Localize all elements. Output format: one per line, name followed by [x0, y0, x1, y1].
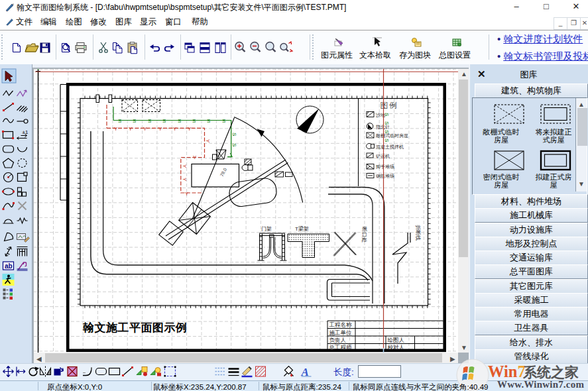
- svg-text:S: S: [222, 118, 225, 124]
- svg-text:Www.Winwin7.com: Www.Winwin7.com: [497, 379, 584, 390]
- svg-text:S: S: [207, 118, 210, 124]
- svg-text:Y: Y: [188, 126, 192, 132]
- svg-text:ab: ab: [5, 262, 13, 270]
- svg-text:Y: Y: [143, 126, 147, 132]
- svg-text:折断线: 折断线: [415, 225, 421, 241]
- svg-text:S: S: [162, 118, 166, 124]
- svg-text:翰文施工平面图示例: 翰文施工平面图示例: [82, 321, 188, 334]
- svg-text:S: S: [231, 133, 237, 136]
- svg-text:Y: Y: [185, 191, 189, 197]
- svg-text:系统之家: 系统之家: [522, 364, 579, 380]
- svg-text:钢筋堆场: 钢筋堆场: [375, 174, 394, 179]
- svg-text:校对人: 校对人: [388, 344, 405, 351]
- svg-text:混凝土搅拌机: 混凝土搅拌机: [375, 144, 404, 150]
- svg-text:Y: Y: [193, 154, 197, 160]
- svg-text:T梁架: T梁架: [295, 225, 309, 232]
- svg-text:指北针: 指北针: [375, 125, 390, 130]
- svg-text:Y: Y: [173, 126, 177, 132]
- svg-text:门架: 门架: [261, 226, 272, 232]
- svg-text:S: S: [231, 143, 237, 146]
- svg-text:Y: Y: [129, 126, 133, 132]
- svg-text:负责人: 负责人: [329, 337, 347, 343]
- svg-text:Y: Y: [114, 126, 118, 132]
- svg-text:脚手堆场: 脚手堆场: [375, 164, 394, 170]
- svg-text:±1: ±1: [23, 129, 29, 135]
- svg-text:S: S: [384, 139, 390, 142]
- svg-text:S: S: [178, 118, 181, 124]
- svg-text:图例: 图例: [381, 101, 398, 109]
- svg-text:施工单位: 施工单位: [329, 329, 353, 336]
- svg-text:绘图人: 绘图人: [388, 337, 405, 343]
- svg-text:S: S: [192, 118, 196, 124]
- svg-text:Y: Y: [158, 126, 162, 132]
- svg-text:Y: Y: [205, 139, 211, 143]
- svg-text:S: S: [118, 118, 121, 124]
- svg-text:敞棚式临时房屋: 敞棚式临时房屋: [376, 133, 408, 139]
- svg-text:断口处: 断口处: [361, 227, 367, 243]
- svg-text:Y: Y: [182, 164, 188, 168]
- svg-text:S: S: [148, 118, 151, 124]
- svg-text:Win7: Win7: [488, 363, 526, 380]
- svg-text:总工程师: 总工程师: [329, 344, 353, 351]
- svg-text:工程名称: 工程名称: [329, 321, 353, 328]
- svg-text:Y: Y: [182, 178, 188, 182]
- svg-text:S: S: [133, 118, 136, 124]
- svg-text:铲运机: 铲运机: [375, 154, 390, 159]
